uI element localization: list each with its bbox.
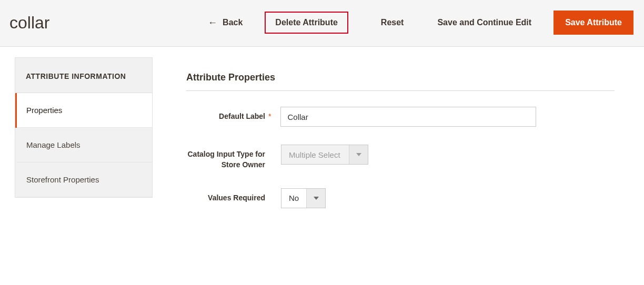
field-control: No	[281, 188, 326, 208]
select-value: No	[281, 189, 306, 208]
default-label-input[interactable]	[280, 107, 536, 127]
field-values-required: Values Required No	[186, 188, 615, 208]
values-required-select[interactable]: No	[281, 188, 326, 208]
field-catalog-input-type: Catalog Input Type for Store Owner Multi…	[186, 145, 615, 170]
sidebar-heading-text: ATTRIBUTE INFORMATION	[26, 70, 142, 82]
page-header: collar ← Back Delete Attribute Reset Sav…	[0, 0, 644, 47]
sidebar-item-manage-labels[interactable]: Manage Labels	[15, 128, 152, 162]
delete-attribute-label: Delete Attribute	[275, 18, 338, 27]
catalog-input-type-select: Multiple Select	[281, 145, 368, 165]
sidebar-item-label: Manage Labels	[17, 128, 152, 162]
save-continue-button[interactable]: Save and Continue Edit	[426, 12, 543, 34]
main-panel: Attribute Properties Default Label * Cat…	[186, 57, 644, 226]
sidebar-item-label: Properties	[17, 93, 152, 128]
header-actions: ← Back Delete Attribute Reset Save and C…	[196, 11, 633, 35]
save-attribute-label: Save Attribute	[565, 18, 622, 27]
sidebar: ATTRIBUTE INFORMATION Properties Manage …	[15, 57, 153, 198]
chevron-down-icon	[349, 145, 368, 164]
sidebar-item-label: Storefront Properties	[17, 162, 152, 197]
content-area: ATTRIBUTE INFORMATION Properties Manage …	[0, 47, 644, 237]
reset-button-label: Reset	[381, 18, 404, 27]
field-default-label: Default Label *	[186, 107, 615, 127]
back-button[interactable]: ← Back	[196, 12, 254, 34]
field-control	[280, 107, 536, 127]
back-button-label: Back	[223, 18, 243, 27]
select-value: Multiple Select	[281, 145, 349, 164]
delete-attribute-button[interactable]: Delete Attribute	[265, 12, 348, 34]
field-label: Default Label	[186, 107, 265, 121]
field-label: Catalog Input Type for Store Owner	[186, 145, 265, 170]
sidebar-item-storefront-properties[interactable]: Storefront Properties	[15, 162, 152, 197]
section-title: Attribute Properties	[186, 72, 615, 91]
save-continue-label: Save and Continue Edit	[437, 18, 531, 27]
arrow-left-icon: ←	[208, 18, 217, 27]
field-control: Multiple Select	[281, 145, 368, 165]
chevron-down-icon	[306, 189, 325, 208]
sidebar-heading: ATTRIBUTE INFORMATION	[15, 58, 152, 93]
reset-button[interactable]: Reset	[369, 12, 416, 34]
page-title: collar	[9, 13, 49, 33]
field-label: Values Required	[186, 188, 265, 203]
required-asterisk-icon: *	[268, 107, 271, 120]
sidebar-item-properties[interactable]: Properties	[15, 93, 152, 128]
save-attribute-button[interactable]: Save Attribute	[554, 11, 633, 35]
